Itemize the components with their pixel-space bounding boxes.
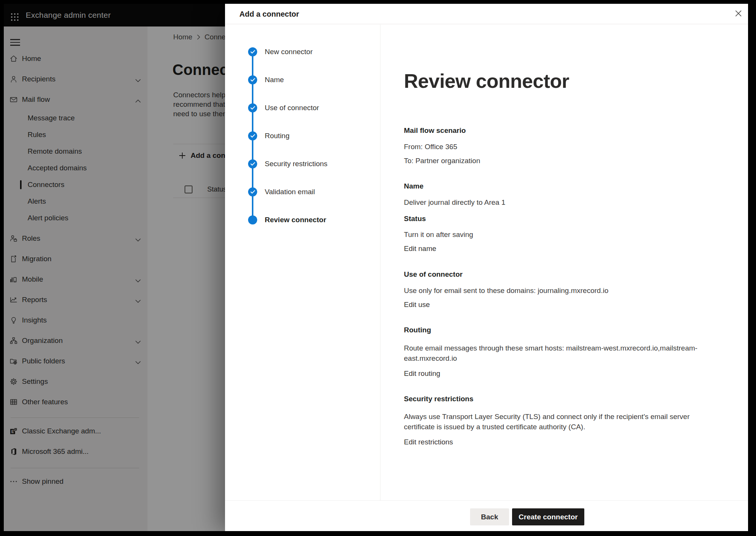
review-title: Review connector bbox=[404, 69, 569, 93]
close-button[interactable] bbox=[733, 8, 744, 19]
step-name[interactable]: Name bbox=[225, 75, 376, 84]
panel-title: Add a connector bbox=[239, 4, 299, 24]
name-heading: Name bbox=[404, 182, 706, 190]
close-icon bbox=[734, 9, 742, 17]
routing-heading: Routing bbox=[404, 326, 706, 334]
step-routing[interactable]: Routing bbox=[225, 131, 376, 140]
use-of-connector-heading: Use of connector bbox=[404, 271, 706, 278]
step-security-restrictions[interactable]: Security restrictions bbox=[225, 159, 376, 168]
step-review-connector[interactable]: Review connector bbox=[225, 215, 376, 224]
step-completed-icon bbox=[248, 47, 257, 56]
step-completed-icon bbox=[248, 131, 257, 140]
mail-flow-scenario-heading: Mail flow scenario bbox=[404, 127, 706, 134]
status-heading: Status bbox=[404, 215, 706, 223]
add-connector-panel: Add a connector New connector Name Use o… bbox=[225, 4, 748, 531]
edit-name-link[interactable]: Edit name bbox=[404, 245, 706, 252]
create-connector-button[interactable]: Create connector bbox=[512, 508, 584, 525]
status-value: Turn it on after saving bbox=[404, 231, 706, 238]
step-use-of-connector[interactable]: Use of connector bbox=[225, 103, 376, 112]
use-of-connector-value: Use only for email sent to these domains… bbox=[404, 287, 706, 294]
routing-value: Route email messages through these smart… bbox=[404, 343, 706, 363]
footer-divider bbox=[225, 500, 748, 501]
step-completed-icon bbox=[248, 103, 257, 112]
step-completed-icon bbox=[248, 159, 257, 168]
security-restrictions-heading: Security restrictions bbox=[404, 395, 706, 403]
exchange-admin-app: Exchange admin center Home Recipients bbox=[4, 4, 748, 531]
security-restrictions-value: Always use Transport Layer Security (TLS… bbox=[404, 411, 706, 432]
stepper-content-divider bbox=[380, 25, 380, 500]
mail-flow-from: From: Office 365 bbox=[404, 143, 706, 151]
edit-routing-link[interactable]: Edit routing bbox=[404, 370, 706, 377]
back-button[interactable]: Back bbox=[470, 508, 509, 525]
edit-use-link[interactable]: Edit use bbox=[404, 301, 706, 309]
step-completed-icon bbox=[248, 75, 257, 84]
step-new-connector[interactable]: New connector bbox=[225, 47, 376, 56]
step-validation-email[interactable]: Validation email bbox=[225, 187, 376, 196]
step-completed-icon bbox=[248, 187, 257, 196]
mail-flow-to: To: Partner organization bbox=[404, 157, 706, 165]
name-value: Deliver journal directly to Area 1 bbox=[404, 199, 706, 206]
edit-restrictions-link[interactable]: Edit restrictions bbox=[404, 438, 706, 446]
step-active-icon bbox=[248, 215, 257, 224]
review-content: Review connector Mail flow scenario From… bbox=[404, 4, 706, 531]
